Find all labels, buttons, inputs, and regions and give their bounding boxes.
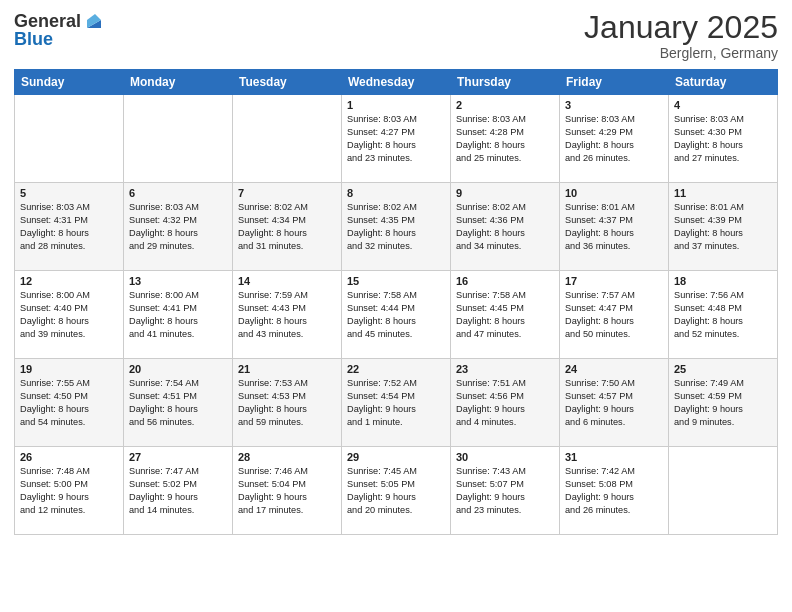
day-number: 18 xyxy=(674,275,772,287)
table-row: 22Sunrise: 7:52 AMSunset: 4:54 PMDayligh… xyxy=(342,359,451,447)
day-number: 4 xyxy=(674,99,772,111)
day-number: 25 xyxy=(674,363,772,375)
table-row: 20Sunrise: 7:54 AMSunset: 4:51 PMDayligh… xyxy=(124,359,233,447)
day-info: Sunrise: 7:56 AMSunset: 4:48 PMDaylight:… xyxy=(674,289,772,341)
day-number: 26 xyxy=(20,451,118,463)
table-row: 5Sunrise: 8:03 AMSunset: 4:31 PMDaylight… xyxy=(15,183,124,271)
table-row: 11Sunrise: 8:01 AMSunset: 4:39 PMDayligh… xyxy=(669,183,778,271)
table-row: 24Sunrise: 7:50 AMSunset: 4:57 PMDayligh… xyxy=(560,359,669,447)
table-row: 6Sunrise: 8:03 AMSunset: 4:32 PMDaylight… xyxy=(124,183,233,271)
table-row: 30Sunrise: 7:43 AMSunset: 5:07 PMDayligh… xyxy=(451,447,560,535)
header-monday: Monday xyxy=(124,70,233,95)
day-number: 30 xyxy=(456,451,554,463)
day-info: Sunrise: 8:03 AMSunset: 4:30 PMDaylight:… xyxy=(674,113,772,165)
day-info: Sunrise: 7:43 AMSunset: 5:07 PMDaylight:… xyxy=(456,465,554,517)
day-info: Sunrise: 7:50 AMSunset: 4:57 PMDaylight:… xyxy=(565,377,663,429)
table-row: 21Sunrise: 7:53 AMSunset: 4:53 PMDayligh… xyxy=(233,359,342,447)
day-number: 27 xyxy=(129,451,227,463)
day-number: 29 xyxy=(347,451,445,463)
day-number: 21 xyxy=(238,363,336,375)
day-info: Sunrise: 8:01 AMSunset: 4:39 PMDaylight:… xyxy=(674,201,772,253)
day-info: Sunrise: 8:02 AMSunset: 4:35 PMDaylight:… xyxy=(347,201,445,253)
day-info: Sunrise: 8:02 AMSunset: 4:34 PMDaylight:… xyxy=(238,201,336,253)
day-number: 23 xyxy=(456,363,554,375)
logo-blue-text: Blue xyxy=(14,30,53,50)
header-tuesday: Tuesday xyxy=(233,70,342,95)
day-info: Sunrise: 7:57 AMSunset: 4:47 PMDaylight:… xyxy=(565,289,663,341)
day-number: 28 xyxy=(238,451,336,463)
table-row: 26Sunrise: 7:48 AMSunset: 5:00 PMDayligh… xyxy=(15,447,124,535)
table-row: 1Sunrise: 8:03 AMSunset: 4:27 PMDaylight… xyxy=(342,95,451,183)
day-info: Sunrise: 7:46 AMSunset: 5:04 PMDaylight:… xyxy=(238,465,336,517)
header-sunday: Sunday xyxy=(15,70,124,95)
day-info: Sunrise: 7:59 AMSunset: 4:43 PMDaylight:… xyxy=(238,289,336,341)
table-row: 18Sunrise: 7:56 AMSunset: 4:48 PMDayligh… xyxy=(669,271,778,359)
header-thursday: Thursday xyxy=(451,70,560,95)
day-info: Sunrise: 8:03 AMSunset: 4:32 PMDaylight:… xyxy=(129,201,227,253)
table-row: 14Sunrise: 7:59 AMSunset: 4:43 PMDayligh… xyxy=(233,271,342,359)
table-row: 10Sunrise: 8:01 AMSunset: 4:37 PMDayligh… xyxy=(560,183,669,271)
table-row: 2Sunrise: 8:03 AMSunset: 4:28 PMDaylight… xyxy=(451,95,560,183)
calendar-week-row: 1Sunrise: 8:03 AMSunset: 4:27 PMDaylight… xyxy=(15,95,778,183)
day-info: Sunrise: 8:00 AMSunset: 4:40 PMDaylight:… xyxy=(20,289,118,341)
table-row: 17Sunrise: 7:57 AMSunset: 4:47 PMDayligh… xyxy=(560,271,669,359)
table-row: 19Sunrise: 7:55 AMSunset: 4:50 PMDayligh… xyxy=(15,359,124,447)
calendar-week-row: 12Sunrise: 8:00 AMSunset: 4:40 PMDayligh… xyxy=(15,271,778,359)
day-number: 17 xyxy=(565,275,663,287)
calendar-week-row: 19Sunrise: 7:55 AMSunset: 4:50 PMDayligh… xyxy=(15,359,778,447)
location-subtitle: Berglern, Germany xyxy=(584,45,778,61)
day-info: Sunrise: 7:49 AMSunset: 4:59 PMDaylight:… xyxy=(674,377,772,429)
calendar-table: Sunday Monday Tuesday Wednesday Thursday… xyxy=(14,69,778,535)
table-row xyxy=(15,95,124,183)
day-info: Sunrise: 7:54 AMSunset: 4:51 PMDaylight:… xyxy=(129,377,227,429)
day-info: Sunrise: 8:03 AMSunset: 4:31 PMDaylight:… xyxy=(20,201,118,253)
table-row: 13Sunrise: 8:00 AMSunset: 4:41 PMDayligh… xyxy=(124,271,233,359)
table-row xyxy=(124,95,233,183)
table-row: 31Sunrise: 7:42 AMSunset: 5:08 PMDayligh… xyxy=(560,447,669,535)
table-row xyxy=(669,447,778,535)
calendar-week-row: 5Sunrise: 8:03 AMSunset: 4:31 PMDaylight… xyxy=(15,183,778,271)
day-number: 9 xyxy=(456,187,554,199)
day-number: 31 xyxy=(565,451,663,463)
table-row: 23Sunrise: 7:51 AMSunset: 4:56 PMDayligh… xyxy=(451,359,560,447)
day-number: 11 xyxy=(674,187,772,199)
calendar-header-row: Sunday Monday Tuesday Wednesday Thursday… xyxy=(15,70,778,95)
day-number: 22 xyxy=(347,363,445,375)
day-number: 15 xyxy=(347,275,445,287)
table-row: 9Sunrise: 8:02 AMSunset: 4:36 PMDaylight… xyxy=(451,183,560,271)
table-row: 16Sunrise: 7:58 AMSunset: 4:45 PMDayligh… xyxy=(451,271,560,359)
day-number: 20 xyxy=(129,363,227,375)
day-info: Sunrise: 7:58 AMSunset: 4:45 PMDaylight:… xyxy=(456,289,554,341)
table-row: 4Sunrise: 8:03 AMSunset: 4:30 PMDaylight… xyxy=(669,95,778,183)
table-row xyxy=(233,95,342,183)
day-number: 16 xyxy=(456,275,554,287)
table-row: 3Sunrise: 8:03 AMSunset: 4:29 PMDaylight… xyxy=(560,95,669,183)
day-info: Sunrise: 8:03 AMSunset: 4:29 PMDaylight:… xyxy=(565,113,663,165)
day-number: 13 xyxy=(129,275,227,287)
day-info: Sunrise: 7:55 AMSunset: 4:50 PMDaylight:… xyxy=(20,377,118,429)
table-row: 7Sunrise: 8:02 AMSunset: 4:34 PMDaylight… xyxy=(233,183,342,271)
day-number: 3 xyxy=(565,99,663,111)
logo: General Blue xyxy=(14,10,105,50)
day-number: 14 xyxy=(238,275,336,287)
day-info: Sunrise: 8:01 AMSunset: 4:37 PMDaylight:… xyxy=(565,201,663,253)
day-info: Sunrise: 7:53 AMSunset: 4:53 PMDaylight:… xyxy=(238,377,336,429)
calendar-week-row: 26Sunrise: 7:48 AMSunset: 5:00 PMDayligh… xyxy=(15,447,778,535)
day-info: Sunrise: 8:00 AMSunset: 4:41 PMDaylight:… xyxy=(129,289,227,341)
day-number: 24 xyxy=(565,363,663,375)
day-info: Sunrise: 7:58 AMSunset: 4:44 PMDaylight:… xyxy=(347,289,445,341)
day-info: Sunrise: 7:48 AMSunset: 5:00 PMDaylight:… xyxy=(20,465,118,517)
day-info: Sunrise: 8:03 AMSunset: 4:27 PMDaylight:… xyxy=(347,113,445,165)
day-info: Sunrise: 8:02 AMSunset: 4:36 PMDaylight:… xyxy=(456,201,554,253)
header: General Blue January 2025 Berglern, Germ… xyxy=(14,10,778,61)
table-row: 27Sunrise: 7:47 AMSunset: 5:02 PMDayligh… xyxy=(124,447,233,535)
day-info: Sunrise: 7:52 AMSunset: 4:54 PMDaylight:… xyxy=(347,377,445,429)
day-number: 12 xyxy=(20,275,118,287)
header-friday: Friday xyxy=(560,70,669,95)
day-number: 1 xyxy=(347,99,445,111)
day-info: Sunrise: 7:42 AMSunset: 5:08 PMDaylight:… xyxy=(565,465,663,517)
month-title: January 2025 xyxy=(584,10,778,45)
day-info: Sunrise: 7:45 AMSunset: 5:05 PMDaylight:… xyxy=(347,465,445,517)
table-row: 8Sunrise: 8:02 AMSunset: 4:35 PMDaylight… xyxy=(342,183,451,271)
table-row: 25Sunrise: 7:49 AMSunset: 4:59 PMDayligh… xyxy=(669,359,778,447)
